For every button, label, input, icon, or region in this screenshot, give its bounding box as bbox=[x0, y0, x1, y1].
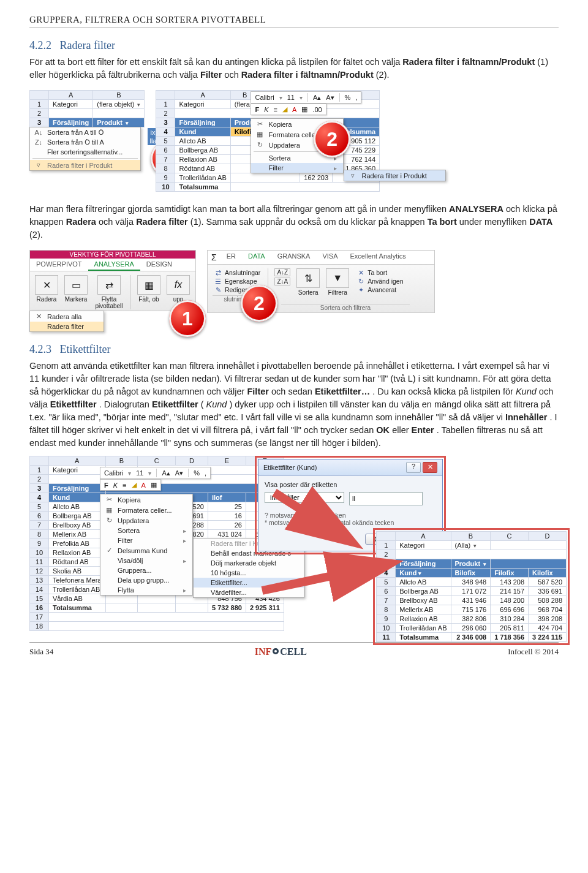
tab-data[interactable]: DATA bbox=[242, 251, 271, 264]
fx-icon[interactable]: fx bbox=[167, 275, 190, 295]
menu-item[interactable]: ✂Kopiera bbox=[100, 494, 192, 505]
cell: 171 072 bbox=[451, 587, 491, 596]
dialog-hint: * motsvarar ett obestämt antal okända te… bbox=[265, 519, 436, 526]
dialog-input[interactable] bbox=[349, 492, 423, 505]
filter-icon[interactable]: ▾ bbox=[472, 543, 477, 549]
cell: 11 bbox=[377, 633, 396, 642]
menu-item[interactable]: Flytta▸ bbox=[100, 585, 192, 595]
menu-item[interactable]: Dela upp grupp... bbox=[100, 575, 192, 585]
menu-item[interactable]: ✓Delsumma Kund bbox=[100, 545, 192, 556]
menu-more-sort[interactable]: Fler sorteringsalternativ... bbox=[30, 147, 140, 157]
menu-filter[interactable]: Filter▸ bbox=[251, 163, 343, 173]
bold-icon[interactable]: F bbox=[255, 106, 259, 113]
font-size[interactable]: 11 bbox=[287, 94, 295, 101]
bottom-right-table: A B C D 1Kategori(Alla) ▾ 2 3Försäljning… bbox=[376, 531, 567, 642]
tab-design[interactable]: DESIGN bbox=[140, 259, 178, 271]
menu-radera-filter[interactable]: Radera filter bbox=[30, 322, 104, 331]
decimal-icon[interactable]: .00 bbox=[312, 106, 322, 113]
cell: Trollerilådan AB bbox=[49, 585, 106, 594]
menu-item[interactable]: Visa/dölj▸ bbox=[100, 556, 192, 565]
font-selector[interactable]: Calibri bbox=[255, 94, 274, 101]
cell: 587 520 bbox=[529, 578, 567, 587]
tab-visa[interactable]: VISA bbox=[316, 251, 344, 264]
cell: 5 732 880 bbox=[208, 603, 246, 613]
cell: Trollerilådan AB bbox=[396, 624, 451, 633]
fill-color-icon[interactable]: ◢ bbox=[132, 481, 137, 489]
cell: 508 288 bbox=[529, 596, 567, 605]
cell: 11 bbox=[30, 557, 49, 567]
dialog-select[interactable]: innehåller bbox=[265, 492, 344, 503]
sort-az-icon[interactable]: A↓Z bbox=[274, 268, 290, 276]
menu-icon: ▦ bbox=[104, 506, 114, 514]
close-icon[interactable]: ✕ bbox=[423, 462, 437, 473]
filter-icon[interactable]: ▾ bbox=[136, 102, 140, 108]
menu-item[interactable]: ▦Formatera celler... bbox=[100, 505, 192, 515]
filter-icon[interactable]: ▼ bbox=[326, 268, 349, 288]
dec-font-icon[interactable]: A▾ bbox=[175, 469, 183, 477]
label: Gruppera... bbox=[118, 567, 152, 574]
tab-er[interactable]: ER bbox=[221, 251, 242, 264]
btn-tabort[interactable]: ✕Ta bort bbox=[355, 268, 404, 277]
borders-icon[interactable]: ▦ bbox=[301, 105, 307, 113]
radera-icon[interactable]: ✕ bbox=[35, 275, 58, 295]
cell: Filofix bbox=[491, 569, 529, 578]
submenu-clear-filter[interactable]: ▿Radera filter i Produkt bbox=[344, 170, 445, 181]
t: Kund bbox=[516, 387, 537, 396]
tab-excellent[interactable]: Excellent Analytics bbox=[344, 251, 412, 264]
btn-anslutningar[interactable]: ⇄Anslutningar bbox=[213, 268, 262, 277]
menu-item[interactable]: Filter▸ bbox=[100, 535, 192, 545]
menu-item[interactable]: ↻Uppdatera bbox=[100, 515, 192, 526]
filter-applied-icon[interactable]: ▾ bbox=[418, 570, 421, 576]
increase-font-icon[interactable]: A▴ bbox=[313, 94, 321, 102]
fields-icon[interactable]: ▦ bbox=[137, 275, 160, 295]
flytta-icon[interactable]: ⇄ bbox=[97, 275, 121, 295]
label: Radera bbox=[37, 296, 57, 303]
submenu-item[interactable]: Etikettfilter... bbox=[194, 578, 304, 588]
menu-item[interactable]: Sortera▸ bbox=[100, 526, 192, 535]
submenu-item[interactable]: Dölj markerade objekt bbox=[194, 558, 304, 568]
bold-icon[interactable]: F bbox=[104, 482, 108, 489]
filter-icon[interactable]: ▾ bbox=[482, 561, 486, 567]
align-icon[interactable]: ≡ bbox=[274, 106, 277, 113]
btn-egenskape[interactable]: ☰Egenskape bbox=[213, 277, 262, 285]
submenu-item[interactable]: Värdefilter... bbox=[194, 588, 304, 597]
italic-icon[interactable]: K bbox=[264, 106, 268, 113]
menu-sort-za[interactable]: Z↓Sortera från Ö till A bbox=[30, 137, 140, 147]
align-icon[interactable]: ≡ bbox=[123, 482, 126, 489]
menu-clear-filter[interactable]: ▿Radera filter i Produkt bbox=[30, 160, 140, 170]
btn-reapply[interactable]: ↻Använd igen bbox=[355, 277, 404, 285]
inc-font-icon[interactable]: A▴ bbox=[162, 469, 170, 477]
sort-icon[interactable]: ⇅ bbox=[296, 268, 320, 288]
cell: Telefonera Mera bbox=[49, 576, 106, 585]
menu-radera-alla[interactable]: ✕Radera alla bbox=[30, 311, 104, 322]
tab-powerpivot[interactable]: POWERPIVOT bbox=[30, 259, 88, 271]
italic-icon[interactable]: K bbox=[113, 482, 118, 489]
logo-bullet-icon bbox=[273, 648, 279, 654]
percent-icon[interactable]: % bbox=[194, 469, 200, 477]
col-a: A bbox=[49, 91, 93, 100]
font-color-icon[interactable]: A bbox=[292, 106, 296, 113]
help-icon[interactable]: ? bbox=[406, 462, 421, 473]
c: C bbox=[138, 456, 176, 466]
tab-granska[interactable]: GRANSKA bbox=[271, 251, 317, 264]
fill-color-icon[interactable]: ◢ bbox=[282, 105, 287, 113]
cell: Totalsumma bbox=[396, 633, 451, 642]
t: Har man flera filtreringar gjorda samtid… bbox=[29, 204, 449, 214]
percent-icon[interactable]: % bbox=[345, 94, 351, 101]
menu-item[interactable]: Gruppera... bbox=[100, 565, 192, 575]
tab-analysera[interactable]: ANALYSERA bbox=[88, 259, 140, 271]
decrease-font-icon[interactable]: A▾ bbox=[326, 94, 334, 102]
btn-advanced[interactable]: ✦Avancerat bbox=[355, 285, 404, 294]
markera-icon[interactable]: ▭ bbox=[64, 275, 88, 295]
submenu-item[interactable]: 10 högsta... bbox=[194, 568, 304, 578]
font-selector[interactable]: Calibri bbox=[104, 469, 123, 477]
section-423-title: Etikettfilter bbox=[60, 343, 111, 355]
label: Visa/dölj bbox=[118, 557, 143, 564]
menu-sort-az[interactable]: A↓Sortera från A till Ö bbox=[30, 127, 140, 137]
cell: 8 bbox=[30, 530, 49, 539]
t: (2). bbox=[29, 230, 43, 240]
filter-icon[interactable]: ▾ bbox=[124, 120, 129, 126]
font-color-icon[interactable]: A bbox=[141, 482, 146, 489]
borders-icon[interactable]: ▦ bbox=[151, 481, 157, 489]
font-size[interactable]: 11 bbox=[136, 469, 143, 477]
